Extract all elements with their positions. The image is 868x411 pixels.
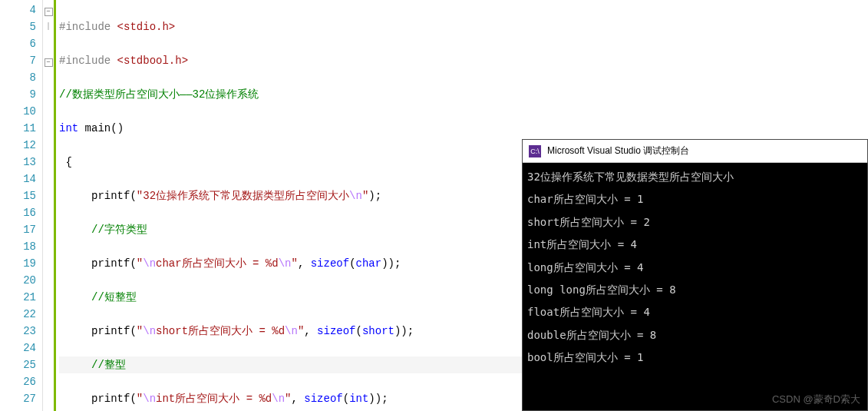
code-line: {: [59, 154, 522, 171]
console-output[interactable]: 32位操作系统下常见数据类型所占空间大小 char所占空间大小 = 1 shor…: [523, 163, 867, 373]
code-line: printf("\nshort所占空间大小 = %d\n", sizeof(sh…: [59, 323, 522, 340]
line-number: 4: [0, 2, 36, 18]
line-number: 14: [0, 171, 36, 187]
code-area[interactable]: #include <stdio.h> #include <stdbool.h> …: [56, 0, 522, 411]
line-number: 11: [0, 120, 36, 137]
console-line: long long所占空间大小 = 8: [527, 279, 863, 301]
console-line: short所占空间大小 = 2: [527, 211, 863, 234]
code-line: printf("32位操作系统下常见数据类型所占空间大小\n");: [59, 187, 522, 204]
console-line: long所占空间大小 = 4: [527, 257, 863, 279]
console-line: int所占空间大小 = 4: [527, 234, 863, 256]
fold-bar: |: [43, 18, 54, 35]
code-line: //短整型: [59, 289, 522, 306]
code-line: #include <stdio.h>: [59, 18, 522, 35]
line-number: 24: [0, 340, 36, 356]
code-line: int main(): [59, 120, 522, 137]
line-number: 10: [0, 103, 36, 120]
line-number: 8: [0, 69, 36, 86]
console-app-icon: C:\: [529, 145, 541, 157]
code-line: //数据类型所占空间大小——32位操作系统: [59, 86, 522, 103]
line-number: 9: [0, 86, 36, 103]
line-number: 23: [0, 323, 36, 340]
console-line: float所占空间大小 = 4: [527, 301, 863, 323]
code-line: printf("\nint所占空间大小 = %d\n", sizeof(int)…: [59, 390, 522, 407]
line-number: 20: [0, 272, 36, 289]
debug-console-window[interactable]: C:\ Microsoft Visual Studio 调试控制台 32位操作系…: [522, 139, 868, 411]
line-number: 25: [0, 356, 36, 373]
line-number: 13: [0, 154, 36, 171]
fold-minus-icon[interactable]: −: [45, 58, 53, 67]
code-line: //整型: [59, 356, 522, 373]
fold-column: − | −: [42, 0, 56, 411]
line-number: 17: [0, 221, 36, 238]
line-number: 18: [0, 238, 36, 255]
line-number: 27: [0, 390, 36, 407]
console-line: bool所占空间大小 = 1: [527, 346, 863, 369]
line-number: 7: [0, 52, 36, 69]
line-number: 6: [0, 35, 36, 52]
console-titlebar[interactable]: C:\ Microsoft Visual Studio 调试控制台: [523, 140, 867, 163]
fold-minus-icon[interactable]: −: [45, 8, 53, 16]
line-gutter: 4 5 6 7 8 9 10 11 12 13 14 15 16 17 18 1…: [0, 0, 42, 411]
line-number: 21: [0, 289, 36, 306]
code-line: //字符类型: [59, 221, 522, 238]
line-number: 26: [0, 373, 36, 390]
code-line: #include <stdbool.h>: [59, 52, 522, 69]
code-line: printf("\nchar所占空间大小 = %d\n", sizeof(cha…: [59, 255, 522, 272]
line-number: 12: [0, 137, 36, 154]
code-editor[interactable]: 4 5 6 7 8 9 10 11 12 13 14 15 16 17 18 1…: [0, 0, 522, 411]
csdn-watermark: CSDN @蒙奇D索大: [772, 393, 860, 406]
line-number: 19: [0, 255, 36, 272]
console-line: 32位操作系统下常见数据类型所占空间大小: [527, 166, 863, 188]
line-number: 16: [0, 204, 36, 221]
line-number: 15: [0, 187, 36, 204]
console-line: char所占空间大小 = 1: [527, 188, 863, 210]
line-number: 5: [0, 18, 36, 35]
line-number: 22: [0, 306, 36, 323]
console-title: Microsoft Visual Studio 调试控制台: [547, 144, 689, 157]
console-line: double所占空间大小 = 8: [527, 324, 863, 346]
